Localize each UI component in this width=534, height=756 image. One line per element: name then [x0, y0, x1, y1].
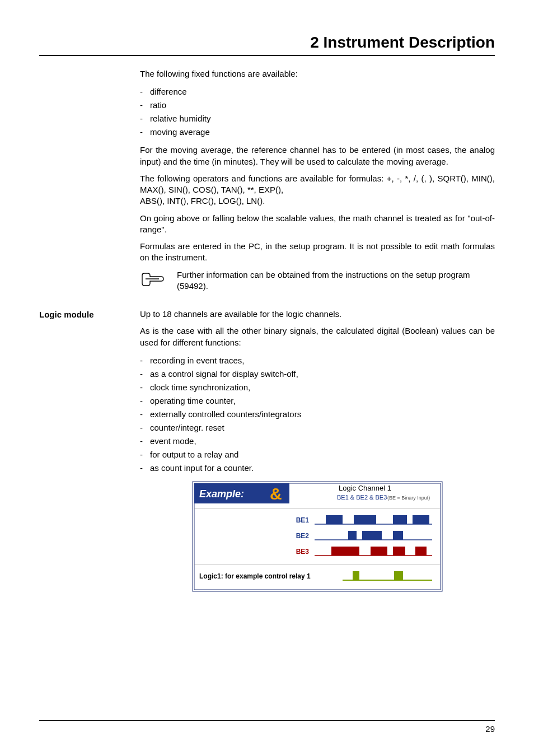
and-symbol-icon: &: [270, 484, 282, 503]
list-item: operating time counter,: [140, 394, 495, 408]
list-item: recording in event traces,: [140, 354, 495, 367]
list-item: clock time synchronization,: [140, 381, 495, 394]
list-item: event mode,: [140, 435, 495, 448]
result-label: Logic1: for example control relay 1: [199, 572, 311, 580]
svg-rect-11: [362, 531, 382, 540]
para-operators: The following operators and functions ar…: [140, 173, 495, 196]
row-label: BE2: [296, 532, 310, 540]
example-label: Example:: [199, 488, 244, 500]
list-item: relative humidity: [140, 112, 495, 125]
note-text: Further information can be obtained from…: [177, 269, 495, 292]
list-item: difference: [140, 85, 495, 99]
chart-title: Logic Channel 1: [339, 484, 391, 492]
svg-rect-8: [413, 515, 429, 524]
para-out-of-range: On going above or falling below the scal…: [140, 213, 495, 236]
row-label: BE3: [296, 548, 310, 556]
hand-pointing-icon: [140, 271, 166, 290]
svg-rect-12: [393, 531, 403, 540]
page-number: 29: [39, 720, 495, 734]
list-item: for output to a relay and: [140, 448, 495, 461]
svg-rect-10: [348, 531, 357, 540]
side-label-logic: Logic module: [39, 310, 129, 319]
logic-p1: Up to 18 channels are available for the …: [140, 309, 495, 320]
fixed-functions-list: difference ratio relative humidity movin…: [140, 85, 495, 139]
para-operators-cont: ABS(), INT(), FRC(), LOG(), LN().: [140, 195, 495, 207]
list-item: as a control signal for display switch-o…: [140, 367, 495, 381]
svg-rect-16: [393, 547, 405, 556]
note-block: Further information can be obtained from…: [140, 269, 495, 292]
svg-rect-7: [393, 515, 407, 524]
svg-rect-6: [354, 515, 376, 524]
chart-subtitle: BE1 & BE2 & BE3: [337, 494, 387, 501]
list-item: ratio: [140, 99, 495, 112]
logic-functions-list: recording in event traces, as a control …: [140, 354, 495, 475]
logic-example-figure: Example: & Logic Channel 1 BE1 & BE2 & B…: [140, 480, 495, 592]
para-formulas-pc: Formulas are entered in the PC, in the s…: [140, 241, 495, 264]
logic-p2: As is the case with all the other binary…: [140, 325, 495, 348]
svg-rect-14: [331, 547, 359, 556]
svg-rect-5: [326, 515, 343, 524]
row-label: BE1: [296, 516, 310, 524]
svg-rect-21: [394, 571, 403, 580]
svg-rect-15: [371, 547, 387, 556]
intro-text: The following fixed functions are availa…: [140, 68, 495, 80]
list-item: as count input for a counter.: [140, 461, 495, 475]
section-header: 2 Instrument Description: [39, 34, 495, 56]
svg-rect-17: [415, 547, 427, 556]
svg-rect-20: [353, 571, 359, 580]
list-item: externally controlled counters/integrato…: [140, 408, 495, 421]
chart-subtitle-note: (BE = Binary Input): [387, 495, 430, 501]
list-item: counter/integr. reset: [140, 421, 495, 435]
list-item: moving average: [140, 125, 495, 139]
para-moving-avg: For the moving average, the reference ch…: [140, 144, 495, 167]
